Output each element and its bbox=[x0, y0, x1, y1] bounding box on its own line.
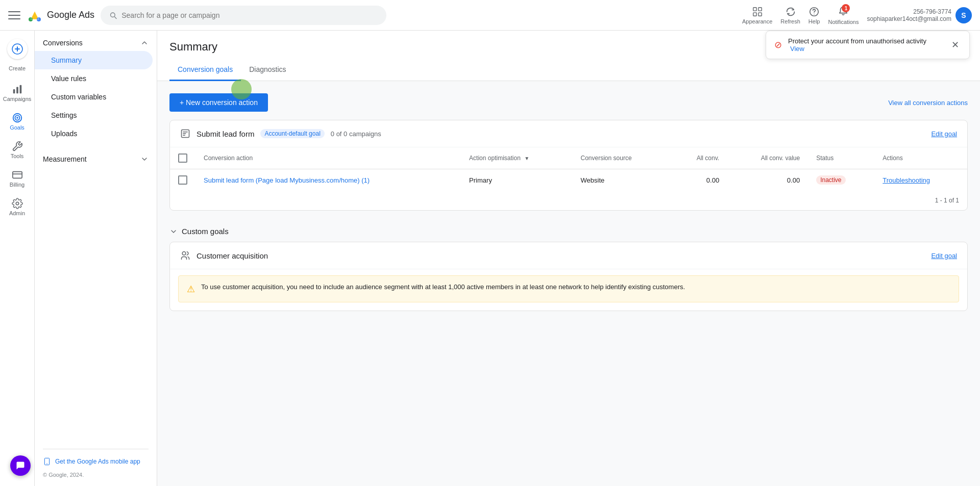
th-all-conv: All conv. bbox=[671, 147, 727, 169]
troubleshooting-link[interactable]: Troubleshooting bbox=[883, 176, 930, 184]
svg-rect-13 bbox=[16, 87, 18, 93]
hamburger-menu[interactable] bbox=[8, 9, 20, 21]
select-all-checkbox[interactable] bbox=[178, 154, 187, 163]
alert-banner: ⊘ Protect your account from unauthorised… bbox=[766, 31, 970, 59]
edit-goal-link[interactable]: Edit goal bbox=[931, 130, 957, 138]
user-info[interactable]: 256-796-3774 sophiaparker14oct@gmail.com… bbox=[867, 7, 972, 23]
brand-logo-link[interactable]: Google Ads bbox=[27, 7, 94, 23]
sidebar-item-tools[interactable]: Tools bbox=[3, 137, 32, 163]
conversion-action-link[interactable]: Submit lead form (Page load Mybusiness.c… bbox=[204, 176, 370, 184]
svg-rect-7 bbox=[753, 12, 756, 15]
collapse-icon bbox=[140, 39, 149, 47]
table-header-row: Conversion action Action optimisation ▼ … bbox=[170, 147, 967, 169]
campaigns-label: Campaigns bbox=[3, 96, 32, 102]
svg-rect-12 bbox=[13, 89, 15, 93]
goals-icon bbox=[12, 112, 23, 123]
appearance-label: Appearance bbox=[742, 18, 772, 24]
th-actions: Actions bbox=[874, 147, 967, 169]
sidebar-link-settings[interactable]: Settings bbox=[35, 106, 153, 124]
search-bar[interactable] bbox=[101, 6, 386, 25]
row-all-conv-value: 0.00 bbox=[727, 169, 808, 191]
view-all-conversions-link[interactable]: View all conversion actions bbox=[888, 99, 968, 107]
svg-point-17 bbox=[16, 117, 18, 119]
tabs: Conversion goals Diagnostics bbox=[169, 59, 968, 81]
sidebar-item-goals[interactable]: Goals bbox=[3, 108, 32, 135]
row-action-optimisation: Primary bbox=[461, 169, 572, 191]
card-title: Submit lead form bbox=[197, 130, 254, 138]
appearance-button[interactable]: Appearance bbox=[742, 6, 772, 24]
page-title: Summary bbox=[169, 40, 217, 54]
sidebar-icons: Create Campaigns Goals Tools bbox=[0, 31, 35, 486]
alert-warning-icon: ⊘ bbox=[774, 39, 782, 50]
refresh-icon bbox=[785, 6, 796, 17]
campaign-count: 0 of 0 campaigns bbox=[331, 130, 381, 138]
alert-close-button[interactable]: ✕ bbox=[949, 39, 961, 50]
help-button[interactable]: Help bbox=[808, 6, 820, 24]
tools-icon bbox=[12, 141, 23, 152]
customer-acquisition-card-header: Customer acquisition Edit goal bbox=[170, 242, 967, 269]
user-email: sophiaparker14oct@gmail.com bbox=[867, 15, 951, 22]
svg-point-19 bbox=[16, 202, 19, 205]
alert-view-link[interactable]: View bbox=[790, 45, 804, 53]
tab-conversion-goals[interactable]: Conversion goals bbox=[169, 59, 241, 81]
edit-customer-acq-link[interactable]: Edit goal bbox=[931, 252, 957, 260]
tab-diagnostics[interactable]: Diagnostics bbox=[241, 59, 294, 81]
th-all-conv-value: All conv. value bbox=[727, 147, 808, 169]
help-label: Help bbox=[808, 18, 820, 24]
conversions-section-header[interactable]: Conversions bbox=[35, 35, 157, 51]
copyright: © Google, 2024. bbox=[43, 472, 149, 478]
sidebar-link-value-rules[interactable]: Value rules bbox=[35, 69, 153, 88]
th-checkbox bbox=[170, 147, 195, 169]
conversions-label: Conversions bbox=[43, 39, 83, 47]
collapse-custom-goals-icon bbox=[169, 227, 178, 236]
search-input[interactable] bbox=[121, 11, 378, 19]
row-status: Inactive bbox=[808, 169, 874, 191]
sidebar-item-campaigns[interactable]: Campaigns bbox=[3, 80, 32, 106]
custom-goals-section-header[interactable]: Custom goals bbox=[169, 219, 968, 242]
top-nav: Google Ads Appearance Refresh bbox=[0, 0, 980, 31]
refresh-button[interactable]: Refresh bbox=[780, 6, 800, 24]
user-avatar[interactable]: S bbox=[955, 7, 972, 23]
th-conversion-source: Conversion source bbox=[573, 147, 671, 169]
customer-acquisition-warning: ⚠ To use customer acquisition, you need … bbox=[178, 275, 959, 302]
svg-point-23 bbox=[182, 252, 186, 255]
sidebar-link-uploads[interactable]: Uploads bbox=[35, 124, 153, 143]
mobile-app-link[interactable]: Get the Google Ads mobile app bbox=[43, 449, 149, 466]
billing-icon bbox=[12, 169, 23, 181]
svg-rect-8 bbox=[758, 12, 761, 15]
svg-rect-18 bbox=[12, 172, 21, 178]
summary-label: Summary bbox=[51, 56, 82, 64]
measurement-section-header[interactable]: Measurement bbox=[35, 151, 157, 167]
th-action-optimisation[interactable]: Action optimisation ▼ bbox=[461, 147, 572, 169]
new-conversion-button[interactable]: + New conversion action bbox=[169, 93, 268, 112]
sidebar-link-summary[interactable]: Summary bbox=[35, 51, 153, 69]
row-checkbox[interactable] bbox=[178, 175, 187, 185]
notifications-button[interactable]: 1 Notifications bbox=[828, 5, 859, 25]
chat-bubble[interactable] bbox=[10, 455, 31, 476]
measurement-section: Measurement bbox=[35, 147, 157, 171]
create-button[interactable] bbox=[7, 39, 28, 59]
chat-icon bbox=[15, 461, 26, 471]
card-header-left: Submit lead form Account-default goal 0 … bbox=[180, 129, 381, 139]
google-ads-logo bbox=[27, 7, 43, 23]
customer-acquisition-header-left: Customer acquisition bbox=[180, 250, 268, 261]
row-conversion-source: Website bbox=[573, 169, 671, 191]
svg-point-21 bbox=[46, 463, 47, 464]
table-row: Submit lead form (Page load Mybusiness.c… bbox=[170, 169, 967, 191]
pagination: 1 - 1 of 1 bbox=[170, 191, 967, 210]
billing-label: Billing bbox=[10, 182, 24, 188]
conversions-section: Conversions Summary Value rules Custom v… bbox=[35, 31, 157, 147]
customer-acquisition-title: Customer acquisition bbox=[197, 251, 268, 260]
measurement-label: Measurement bbox=[43, 155, 87, 163]
people-icon bbox=[180, 250, 190, 261]
help-icon bbox=[808, 6, 820, 17]
sidebar-link-custom-variables[interactable]: Custom variables bbox=[35, 88, 153, 106]
sidebar-item-admin[interactable]: Admin bbox=[3, 194, 32, 220]
create-label: Create bbox=[9, 65, 26, 71]
nav-right: Appearance Refresh Help 1 bbox=[742, 5, 972, 25]
form-icon bbox=[180, 129, 190, 139]
settings-label: Settings bbox=[51, 111, 77, 119]
svg-point-10 bbox=[814, 13, 814, 14]
sidebar-item-billing[interactable]: Billing bbox=[3, 165, 32, 192]
card-header: Submit lead form Account-default goal 0 … bbox=[170, 120, 967, 147]
